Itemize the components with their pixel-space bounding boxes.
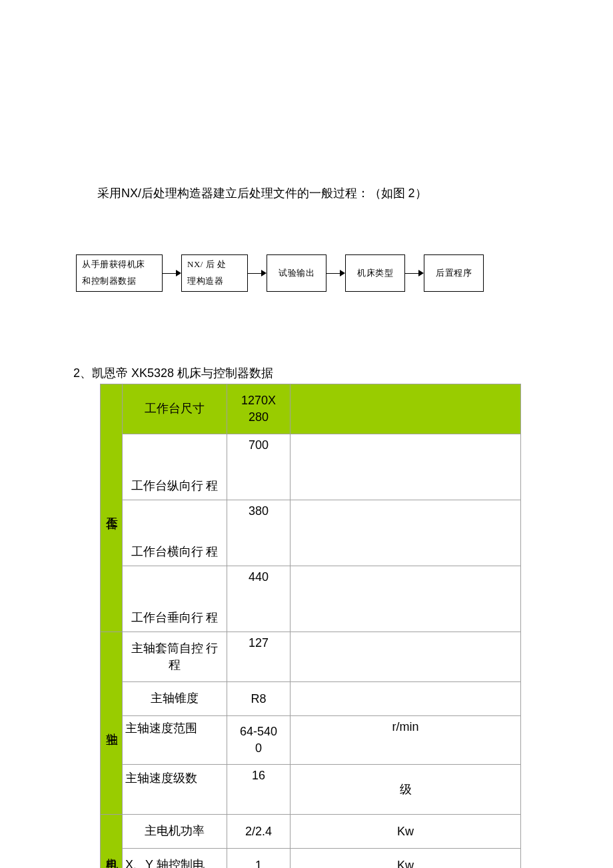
arrow-icon <box>326 254 345 292</box>
table-row: 工作台纵向行 程 700 <box>101 434 521 500</box>
intro-paragraph: 采用NX/后处理构造器建立后处理文件的一般过程：（如图 2） <box>73 185 540 201</box>
flow-box-3: 试验输出 <box>267 254 326 292</box>
value-cell: 64-5400 <box>227 716 291 765</box>
section-2-title: 2、凯恩帝 XK5328 机床与控制器数据 <box>73 365 540 381</box>
flow-box-4-text: 机床类型 <box>357 265 393 282</box>
table-row: 工作台垂向行 程 440 <box>101 566 521 632</box>
param-cell: 主电机功率 <box>123 815 227 849</box>
sec2-num: 2 <box>73 366 80 380</box>
unit-cell <box>291 434 521 500</box>
intro-close: ） <box>415 187 427 200</box>
value-cell: 380 <box>227 500 291 566</box>
param-cell: 工作台横向行 程 <box>123 500 227 566</box>
param-line: 主轴套筒自控 行 <box>131 642 219 655</box>
flow-box-5-text: 后置程序 <box>436 265 472 282</box>
unit-cell: r/min <box>291 716 521 765</box>
intro-nx: NX/ <box>121 187 141 200</box>
param-cell: 主轴速度范围 <box>123 716 227 765</box>
flow-box-1-line2: 和控制器数据 <box>82 273 157 290</box>
arrow-icon <box>163 254 181 292</box>
intro-rest: 后处理构造器建立后处理文件的一般过程：（如图 <box>141 187 408 200</box>
param-cell: 工作台垂向行 程 <box>123 566 227 632</box>
cat-worktable: 工作台 <box>101 384 123 632</box>
table-row: 工作台横向行 程 380 <box>101 500 521 566</box>
cat-motor: 电机 <box>101 815 123 869</box>
value-line: 0 <box>255 741 262 755</box>
param-cell: 主轴套筒自控 行程 <box>123 632 227 682</box>
unit-cell <box>291 682 521 716</box>
table-row: 电机 主电机功率 2/2.4 Kw <box>101 815 521 849</box>
value-line: 1270X <box>241 394 276 407</box>
value-cell: 2/2.4 <box>227 815 291 849</box>
sec2-sep: 、凯恩帝 <box>80 366 128 380</box>
param-part: X <box>125 858 133 868</box>
param-part: 轴控制电 <box>157 858 205 868</box>
sec2-model: XK5328 <box>128 366 177 380</box>
value-line: 64-540 <box>240 725 277 738</box>
value-cell: R8 <box>227 682 291 716</box>
table-row: X、Y 轴控制电 1 Kw <box>101 849 521 869</box>
cat-spindle: 主轴 <box>101 632 123 815</box>
table-row: 主轴速度级数 16 级 <box>101 765 521 815</box>
sec2-rest: 机床与控制器数据 <box>177 366 273 380</box>
value-cell: 1270X280 <box>227 384 291 434</box>
table-row: 主轴锥度 R8 <box>101 682 521 716</box>
flow-box-1-line1: 从手册获得机床 <box>82 256 157 273</box>
param-cell: 主轴速度级数 <box>123 765 227 815</box>
param-cell: 工作台尺寸 <box>123 384 227 434</box>
param-cell: 工作台纵向行 程 <box>123 434 227 500</box>
arrow-icon <box>248 254 267 292</box>
flow-box-2-line2: 理构造器 <box>187 273 242 290</box>
unit-cell <box>291 384 521 434</box>
value-cell: 700 <box>227 434 291 500</box>
intro-prefix: 采用 <box>97 187 121 200</box>
unit-cell <box>291 632 521 682</box>
flow-box-2: NX/ 后 处 理构造器 <box>181 254 248 292</box>
flow-box-3-text: 试验输出 <box>279 265 314 282</box>
table-row: 主轴 主轴套筒自控 行程 127 <box>101 632 521 682</box>
param-part: Y <box>145 858 157 868</box>
param-cell: 主轴锥度 <box>123 682 227 716</box>
table-row: 主轴速度范围 64-5400 r/min <box>101 716 521 765</box>
intro-num: 2 <box>408 187 415 200</box>
value-cell: 1 <box>227 849 291 869</box>
value-cell: 127 <box>227 632 291 682</box>
unit-cell: 级 <box>291 765 521 815</box>
flow-box-5: 后置程序 <box>424 254 484 292</box>
param-cell: X、Y 轴控制电 <box>123 849 227 869</box>
param-line: 程 <box>169 658 181 671</box>
unit-cell: Kw <box>291 815 521 849</box>
value-cell: 16 <box>227 765 291 815</box>
flowchart: 从手册获得机床 和控制器数据 NX/ 后 处 理构造器 试验输出 机床类型 后置… <box>76 254 540 292</box>
param-part: 、 <box>133 858 145 868</box>
spec-table: 工作台 工作台尺寸 1270X280 工作台纵向行 程 700 工作台横向行 程… <box>100 384 521 868</box>
unit-cell <box>291 566 521 632</box>
unit-cell <box>291 500 521 566</box>
flow-box-4: 机床类型 <box>345 254 405 292</box>
flow-box-2-line1: NX/ 后 处 <box>187 256 242 273</box>
value-cell: 440 <box>227 566 291 632</box>
table-row: 工作台 工作台尺寸 1270X280 <box>101 384 521 434</box>
unit-cell: Kw <box>291 849 521 869</box>
value-line: 280 <box>249 410 269 424</box>
arrow-icon <box>405 254 424 292</box>
flow-box-1: 从手册获得机床 和控制器数据 <box>76 254 163 292</box>
